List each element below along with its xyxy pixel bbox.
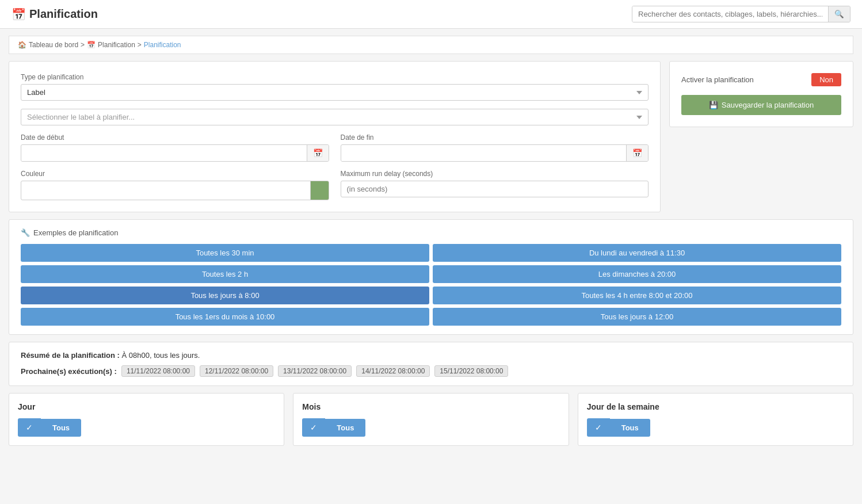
breadcrumb-icon: 📅 <box>87 41 96 49</box>
date-fin-input-wrap: 📅 <box>341 144 649 162</box>
type-label: Type de planification <box>21 73 649 81</box>
main-content: Type de planification Label Sélectionner… <box>9 61 853 212</box>
wrench-icon: 🔧 <box>21 228 30 237</box>
executions-row: Prochaine(s) exécution(s) : 11/11/2022 0… <box>21 365 841 377</box>
date-debut-group: Date de début 2022-11-10 15:02:50 📅 <box>21 133 329 162</box>
couleur-group: Couleur #7fa76a <box>21 170 329 200</box>
date-fin-label: Date de fin <box>341 133 649 142</box>
semaine-panel: Jour de la semaine ✓ Tous <box>578 393 853 446</box>
exemples-section: 🔧 Exemples de planification Toutes les 3… <box>9 219 853 335</box>
examples-grid: Toutes les 30 min Du lundi au vendredi à… <box>21 244 841 326</box>
breadcrumb: 🏠 Tableau de bord > 📅 Planification > Pl… <box>9 36 853 54</box>
date-debut-label: Date de début <box>21 133 329 142</box>
toggle-non-button[interactable]: Non <box>811 73 841 86</box>
resume-label: Résumé de la planification : <box>21 351 120 360</box>
activate-row: Activer la planification Non <box>681 73 841 86</box>
date-debut-input-wrap: 2022-11-10 15:02:50 📅 <box>21 144 329 162</box>
search-bar: 🔍 <box>632 6 850 22</box>
resume-section: Résumé de la planification : À 08h00, to… <box>9 342 853 386</box>
activate-label: Activer la planification <box>681 75 754 84</box>
couleur-label: Couleur <box>21 170 329 178</box>
save-label: Sauvegarder la planification <box>722 101 814 109</box>
jour-tous-label[interactable]: Tous <box>41 419 81 437</box>
date-debut-calendar-icon[interactable]: 📅 <box>307 145 329 161</box>
save-button[interactable]: 💾 Sauvegarder la planification <box>681 95 841 115</box>
mois-tous-label[interactable]: Tous <box>325 419 365 437</box>
breadcrumb-home[interactable]: Tableau de bord <box>29 41 78 49</box>
resume-value: À 08h00, tous les jours. <box>122 351 200 360</box>
date-fin-input[interactable] <box>341 146 627 161</box>
jour-tous-check[interactable]: ✓ <box>18 418 41 437</box>
date-fin-group: Date de fin 📅 <box>341 133 649 162</box>
breadcrumb-active: Planification <box>144 41 181 49</box>
example-btn-4[interactable]: Tous les jours à 8:00 <box>21 287 429 304</box>
resume-text: Résumé de la planification : À 08h00, to… <box>21 351 841 360</box>
semaine-tous-check[interactable]: ✓ <box>587 418 610 437</box>
title-text: Planification <box>29 7 98 21</box>
semaine-title: Jour de la semaine <box>587 402 844 411</box>
color-row: Couleur #7fa76a Maximum run delay (secon… <box>21 170 649 200</box>
label-select-group: Sélectionner le label à planifier... <box>21 109 649 125</box>
mois-title: Mois <box>302 402 559 411</box>
max-run-input[interactable] <box>341 181 649 197</box>
exec-badge-4: 15/11/2022 08:00:00 <box>434 365 508 377</box>
example-btn-0[interactable]: Toutes les 30 min <box>21 244 429 262</box>
semaine-tous-row: ✓ Tous <box>587 418 844 437</box>
bottom-panels: Jour ✓ Tous Mois ✓ Tous Jour de la semai… <box>9 393 853 446</box>
max-run-label: Maximum run delay (seconds) <box>341 170 649 178</box>
example-btn-7[interactable]: Tous les jours à 12:00 <box>433 308 841 326</box>
exec-badge-2: 13/11/2022 08:00:00 <box>278 365 352 377</box>
executions-label: Prochaine(s) exécution(s) : <box>21 367 117 376</box>
exemples-title-text: Exemples de planification <box>33 228 118 237</box>
jour-title: Jour <box>18 402 275 411</box>
type-planification-group: Type de planification Label <box>21 73 649 101</box>
max-run-group: Maximum run delay (seconds) <box>341 170 649 200</box>
label-select[interactable]: Sélectionner le label à planifier... <box>21 109 649 125</box>
type-select[interactable]: Label <box>21 84 649 101</box>
date-fin-calendar-icon[interactable]: 📅 <box>626 145 648 161</box>
breadcrumb-middle[interactable]: Planification <box>98 41 135 49</box>
example-btn-3[interactable]: Les dimanches à 20:00 <box>433 265 841 283</box>
search-input[interactable] <box>632 6 828 22</box>
exemples-title: 🔧 Exemples de planification <box>21 228 841 237</box>
left-panel: Type de planification Label Sélectionner… <box>9 61 661 212</box>
example-btn-2[interactable]: Toutes les 2 h <box>21 265 429 283</box>
save-icon: 💾 <box>709 101 718 109</box>
example-btn-6[interactable]: Tous les 1ers du mois à 10:00 <box>21 308 429 326</box>
mois-tous-check[interactable]: ✓ <box>302 418 325 437</box>
semaine-tous-label[interactable]: Tous <box>610 419 650 437</box>
mois-panel: Mois ✓ Tous <box>293 393 569 446</box>
couleur-input-wrap: #7fa76a <box>21 181 329 200</box>
header: 📅 Planification 🔍 <box>0 0 862 29</box>
exec-badge-3: 14/11/2022 08:00:00 <box>356 365 430 377</box>
jour-panel: Jour ✓ Tous <box>9 393 284 446</box>
right-panel: Activer la planification Non 💾 Sauvegard… <box>669 61 853 127</box>
jour-tous-row: ✓ Tous <box>18 418 275 437</box>
color-swatch[interactable] <box>310 181 329 200</box>
example-btn-1[interactable]: Du lundi au vendredi à 11:30 <box>433 244 841 262</box>
date-debut-input[interactable]: 2022-11-10 15:02:50 <box>21 146 307 161</box>
calendar-icon: 📅 <box>12 7 26 21</box>
exec-badge-1: 12/11/2022 08:00:00 <box>200 365 273 377</box>
exec-badge-0: 11/11/2022 08:00:00 <box>121 365 195 377</box>
mois-tous-row: ✓ Tous <box>302 418 559 437</box>
page-title: 📅 Planification <box>12 7 98 21</box>
date-row: Date de début 2022-11-10 15:02:50 📅 Date… <box>21 133 649 162</box>
home-icon: 🏠 <box>18 41 26 49</box>
example-btn-5[interactable]: Toutes les 4 h entre 8:00 et 20:00 <box>433 287 841 304</box>
search-button[interactable]: 🔍 <box>828 6 850 22</box>
couleur-input[interactable]: #7fa76a <box>21 183 310 198</box>
